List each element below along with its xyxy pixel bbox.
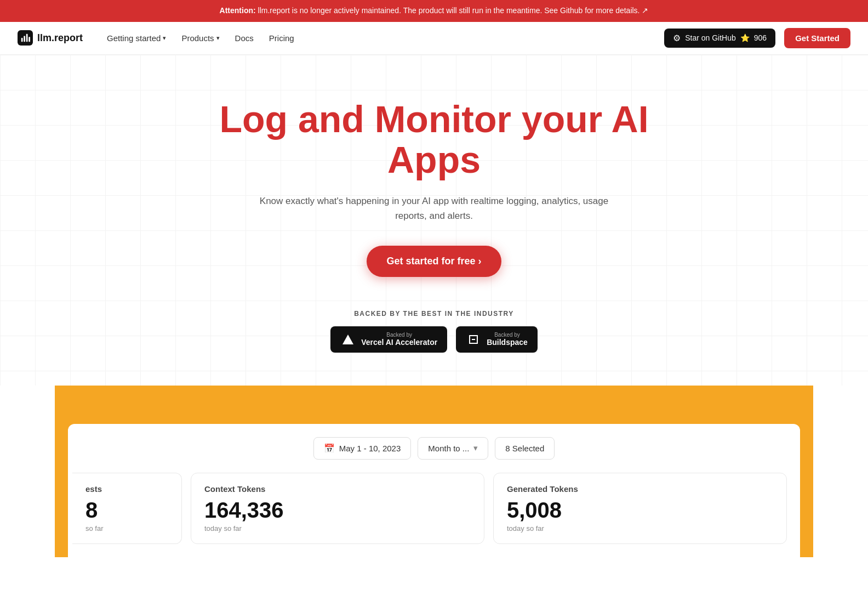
stat-card-generated: Generated Tokens 5,008 today so far: [493, 473, 787, 544]
svg-rect-3: [28, 37, 30, 42]
selected-filter-button[interactable]: 8 Selected: [495, 437, 555, 460]
vercel-name: Vercel AI Accelerator: [361, 338, 437, 347]
dashboard-inner: 📅 May 1 - 10, 2023 Month to ... ▾ 8 Sele…: [68, 424, 800, 557]
dashboard-filters: 📅 May 1 - 10, 2023 Month to ... ▾ 8 Sele…: [81, 437, 787, 460]
logo-svg: [20, 33, 30, 43]
chevron-down-icon: ▾: [216, 35, 220, 42]
github-label: Star on GitHub: [685, 33, 736, 42]
logo[interactable]: llm.report: [18, 30, 83, 46]
stat-sub-generated: today so far: [507, 524, 773, 533]
attention-banner: Attention: llm.report is no longer activ…: [0, 0, 868, 22]
svg-rect-0: [21, 38, 23, 42]
chevron-down-icon: ▾: [473, 443, 478, 453]
date-filter-button[interactable]: 📅 May 1 - 10, 2023: [313, 437, 412, 460]
backed-label: BACKED BY THE BEST IN THE INDUSTRY: [354, 310, 514, 318]
stat-label-generated: Generated Tokens: [507, 484, 773, 494]
svg-marker-4: [342, 335, 353, 344]
dashboard-preview: 📅 May 1 - 10, 2023 Month to ... ▾ 8 Sele…: [55, 424, 813, 557]
github-count: 906: [754, 33, 767, 42]
period-filter-button[interactable]: Month to ... ▾: [418, 437, 488, 460]
svg-rect-1: [24, 36, 25, 42]
stat-value-generated: 5,008: [507, 498, 773, 522]
stat-sub-requests: so far: [85, 524, 168, 533]
vercel-backed-by: Backed by: [361, 332, 437, 338]
chevron-down-icon: ▾: [163, 35, 166, 42]
buildspace-icon: [466, 332, 481, 347]
nav-links: Getting started ▾ Products ▾ Docs Pricin…: [100, 29, 664, 47]
nav-products[interactable]: Products ▾: [175, 29, 226, 47]
period-filter-label: Month to ...: [428, 444, 469, 453]
stat-value-context: 164,336: [204, 498, 471, 522]
buildspace-name: Buildspace: [487, 338, 528, 347]
attention-message: llm.report is no longer actively maintai…: [258, 6, 640, 15]
navbar: llm.report Getting started ▾ Products ▾ …: [0, 22, 868, 55]
github-button[interactable]: ⚙ Star on GitHub ⭐ 906: [664, 29, 775, 48]
stat-label-requests: ests: [85, 484, 168, 494]
hero-section: Log and Monitor your AI Apps Know exactl…: [0, 55, 868, 386]
vercel-icon: [340, 332, 356, 347]
attention-link[interactable]: ↗: [642, 6, 648, 15]
hero-subtitle: Know exactly what's happening in your AI…: [248, 194, 620, 223]
backed-logo-buildspace: Backed by Buildspace: [456, 326, 538, 353]
stat-card-requests: ests 8 so far: [72, 473, 182, 544]
attention-text: Attention:: [220, 6, 256, 15]
cta-button[interactable]: Get started for free ›: [367, 246, 501, 277]
backed-logos: Backed by Vercel AI Accelerator Backed b…: [330, 326, 538, 353]
backed-logo-vercel: Backed by Vercel AI Accelerator: [330, 326, 447, 353]
github-star-icon: ⭐: [740, 33, 750, 42]
stat-value-requests: 8: [85, 498, 168, 522]
stats-row: ests 8 so far Context Tokens 164,336 tod…: [81, 473, 787, 544]
stat-card-context: Context Tokens 164,336 today so far: [191, 473, 484, 544]
svg-rect-2: [26, 34, 28, 42]
github-icon: ⚙: [673, 33, 681, 43]
logo-icon: [18, 30, 33, 46]
nav-getting-started[interactable]: Getting started ▾: [100, 29, 173, 47]
buildspace-backed-by: Backed by: [487, 332, 528, 338]
stat-sub-context: today so far: [204, 524, 471, 533]
get-started-button[interactable]: Get Started: [784, 28, 850, 48]
stat-label-context: Context Tokens: [204, 484, 471, 494]
hero-title: Log and Monitor your AI Apps: [187, 99, 681, 181]
logo-text: llm.report: [37, 32, 83, 44]
calendar-icon: 📅: [324, 443, 335, 454]
nav-pricing[interactable]: Pricing: [262, 29, 301, 47]
selected-filter-label: 8 Selected: [505, 444, 544, 453]
backed-section: BACKED BY THE BEST IN THE INDUSTRY Backe…: [11, 310, 857, 353]
date-filter-label: May 1 - 10, 2023: [339, 444, 401, 453]
orange-banner: [55, 386, 813, 424]
nav-docs[interactable]: Docs: [229, 29, 260, 47]
